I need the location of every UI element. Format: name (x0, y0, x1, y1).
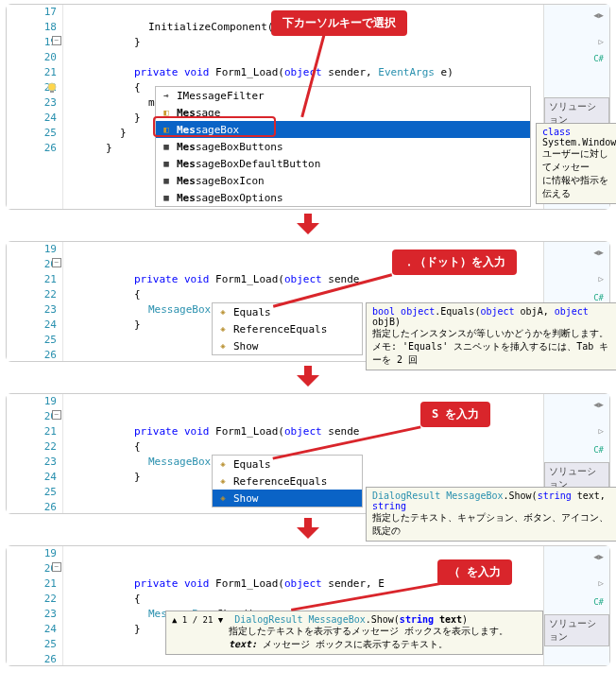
intellisense-item-selected[interactable]: ◧MessageBox (156, 121, 530, 138)
callout-3: S を入力 (420, 402, 490, 427)
method-icon: ◈ (216, 474, 230, 488)
method-icon: ◈ (216, 322, 230, 335)
chevron-icon[interactable]: ◀▶ (593, 9, 604, 22)
parameter-info-tooltip: ▲ 1 / 21 ▼ DialogResult MessageBox.Show(… (165, 611, 543, 655)
fold-toggle[interactable]: − (52, 258, 61, 267)
fold-toggle[interactable]: − (52, 36, 61, 45)
side-panel: ◀▶ ▷ C# ソリューション (543, 546, 609, 665)
chevron-right-icon[interactable]: ▷ (599, 424, 604, 438)
lightbulb-icon[interactable] (46, 82, 58, 94)
callout-1: 下カーソルキーで選択 (271, 10, 407, 36)
method-icon: ◈ (216, 491, 230, 505)
csharp-icon: C# (593, 595, 604, 609)
code-panel-2: 19 20 21 22 23 24 25 26 − private void F… (6, 241, 610, 362)
csharp-icon: C# (593, 52, 604, 65)
class-icon: ◧ (160, 106, 173, 119)
chevron-right-icon[interactable]: ▷ (599, 272, 604, 285)
flow-arrow-icon (0, 214, 616, 237)
intellisense-tooltip: class System.Windows ユーザーに対してメッセー に情報や指示… (536, 123, 616, 204)
intellisense-item-selected[interactable]: ◈Show (213, 490, 362, 507)
chevron-icon[interactable]: ◀▶ (593, 246, 604, 259)
chevron-icon[interactable]: ◀▶ (593, 398, 604, 411)
intellisense-item[interactable]: ◈Show (213, 337, 362, 354)
csharp-icon: C# (593, 443, 604, 456)
interface-icon: ⊸ (160, 89, 173, 102)
callout-4: （ を入力 (437, 559, 512, 585)
solution-explorer-tab[interactable]: ソリューション (544, 614, 609, 646)
class-icon: ◧ (160, 123, 173, 136)
enum-icon: ▦ (160, 140, 173, 153)
intellisense-item[interactable]: ◈ReferenceEquals (213, 473, 362, 490)
intellisense-item[interactable]: ▦MessageBoxOptions (156, 189, 530, 206)
method-icon: ◈ (216, 339, 230, 353)
code-panel-3: 19 20 21 22 23 24 25 26 − private void F… (6, 393, 610, 514)
intellisense-popup[interactable]: ⊸IMessageFilter ◧Message ◧MessageBox ▦Me… (155, 86, 531, 207)
intellisense-tooltip: DialogResult MessageBox.Show(string text… (366, 487, 616, 542)
fold-toggle[interactable]: − (52, 410, 61, 420)
code-panel-1: 17 18 19 20 21 22 23 24 25 26 − Initiali… (6, 4, 610, 210)
intellisense-item[interactable]: ▦MessageBoxButtons (156, 138, 530, 155)
svg-point-0 (48, 83, 56, 91)
callout-2: ．（ドット）を入力 (392, 249, 517, 275)
intellisense-item[interactable]: ◧Message (156, 104, 530, 121)
enum-icon: ▦ (160, 191, 173, 204)
intellisense-popup[interactable]: ◈Equals ◈ReferenceEquals ◈Show (212, 302, 363, 355)
enum-icon: ▦ (160, 157, 173, 170)
intellisense-item[interactable]: ▦MessageBoxDefaultButton (156, 155, 530, 172)
svg-rect-1 (50, 91, 54, 93)
intellisense-item[interactable]: ◈Equals (213, 456, 362, 473)
param-nav-up-icon[interactable]: ▲ 1 / 21 ▼ (172, 615, 223, 625)
chevron-right-icon[interactable]: ▷ (599, 576, 604, 590)
intellisense-tooltip: bool object.Equals(object objA, object o… (366, 302, 616, 370)
chevron-icon[interactable]: ◀▶ (593, 550, 604, 563)
intellisense-item[interactable]: ⊸IMessageFilter (156, 87, 530, 104)
fold-toggle[interactable]: − (52, 562, 61, 572)
intellisense-item[interactable]: ▦MessageBoxIcon (156, 172, 530, 189)
intellisense-item[interactable]: ◈Equals (213, 303, 362, 320)
intellisense-item[interactable]: ◈ReferenceEquals (213, 320, 362, 337)
intellisense-popup[interactable]: ◈Equals ◈ReferenceEquals ◈Show (212, 455, 363, 507)
enum-icon: ▦ (160, 174, 173, 187)
method-icon: ◈ (216, 305, 230, 318)
code-panel-4: 19 20 21 22 23 24 25 26 − private void F… (6, 545, 610, 666)
chevron-right-icon[interactable]: ▷ (599, 35, 604, 48)
method-icon: ◈ (216, 457, 230, 471)
